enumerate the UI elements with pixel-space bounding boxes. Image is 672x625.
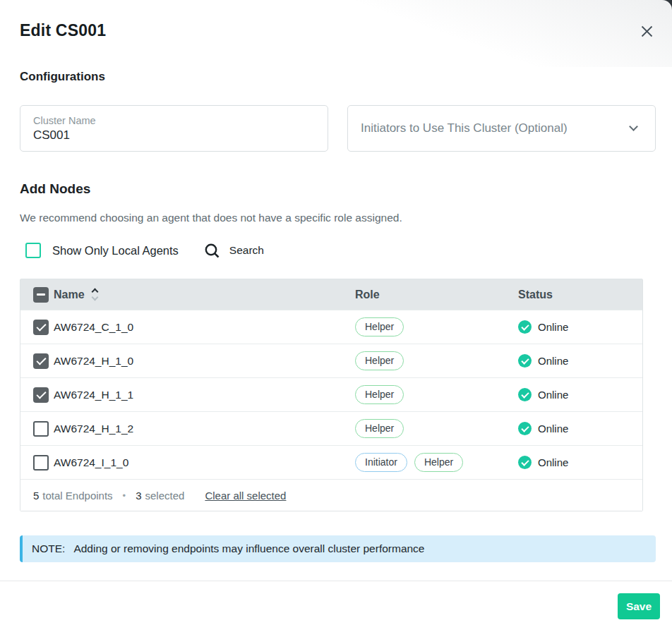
configuration-fields: Cluster Name CS001 Initiators to Use Thi… (20, 105, 656, 152)
role-badge-helper: Helper (355, 317, 404, 336)
row-checkbox[interactable] (33, 387, 49, 403)
note-banner: NOTE: Adding or removing endpoints may i… (20, 535, 656, 562)
row-checkbox[interactable] (33, 320, 49, 335)
modal-title: Edit CS001 (20, 21, 106, 40)
agent-name: AW6724_H_1_1 (54, 389, 355, 401)
table-row[interactable]: AW6724_I_1_0 InitiatorHelper Online (20, 445, 642, 479)
row-checkbox[interactable] (33, 421, 49, 437)
agent-roles: InitiatorHelper (355, 453, 518, 472)
status-label: Online (538, 456, 568, 468)
chevron-down-icon (629, 122, 638, 131)
search-button[interactable]: Search (204, 243, 264, 259)
edit-cluster-modal: Edit CS001 Configurations Cluster Name C… (0, 0, 672, 625)
agent-roles: Helper (355, 351, 518, 370)
online-status-icon (518, 354, 532, 368)
agent-name: AW6724_I_1_0 (54, 456, 355, 469)
role-badge-helper: Helper (414, 453, 463, 472)
add-nodes-heading: Add Nodes (20, 181, 656, 197)
search-icon (204, 243, 220, 259)
selected-label: selected (145, 490, 185, 502)
agent-roles: Helper (355, 419, 518, 438)
agents-table: Name Role Status AW6724_C_1_0 Helper Onl… (20, 279, 643, 511)
agent-status: Online (518, 422, 642, 435)
role-badge-initiator: Initiator (355, 453, 407, 472)
table-row[interactable]: AW6724_H_1_1 Helper Online (20, 377, 642, 411)
agent-status: Online (518, 354, 642, 368)
role-badge-helper: Helper (355, 419, 404, 438)
column-header-role: Role (355, 289, 518, 301)
show-only-local-agents-checkbox[interactable] (25, 243, 41, 258)
save-button[interactable]: Save (618, 593, 660, 619)
row-checkbox[interactable] (33, 455, 49, 471)
modal-header: Edit CS001 (20, 21, 656, 40)
status-label: Online (538, 321, 568, 333)
table-footer: 5 total Endpoints • 3 selected Clear all… (20, 479, 642, 511)
table-row[interactable]: AW6724_H_1_2 Helper Online (20, 411, 642, 445)
table-row[interactable]: AW6724_H_1_0 Helper Online (20, 344, 642, 377)
role-badge-helper: Helper (355, 385, 404, 404)
agent-roles: Helper (355, 385, 518, 404)
status-label: Online (538, 423, 568, 435)
configurations-heading: Configurations (20, 70, 656, 84)
agent-roles: Helper (355, 317, 518, 336)
table-header-row: Name Role Status (20, 279, 642, 310)
table-controls: Show Only Local Agents Search (20, 242, 656, 259)
status-label: Online (538, 355, 568, 367)
footer-separator-dot: • (123, 490, 126, 501)
show-only-local-agents-label: Show Only Local Agents (52, 244, 179, 257)
select-all-checkbox[interactable] (33, 287, 49, 303)
online-status-icon (518, 388, 532, 401)
total-endpoints-label: total Endpoints (42, 490, 112, 502)
initiators-select-placeholder: Initiators to Use This Cluster (Optional… (361, 121, 568, 135)
column-header-status: Status (518, 289, 642, 301)
online-status-icon (518, 456, 532, 469)
agent-status: Online (518, 388, 642, 401)
row-checkbox[interactable] (33, 353, 49, 369)
column-header-name[interactable]: Name (54, 289, 355, 301)
note-text: Adding or removing endpoints may influen… (73, 542, 424, 555)
agent-name: AW6724_H_1_0 (54, 355, 355, 368)
search-label: Search (229, 244, 264, 257)
footer-divider (0, 581, 672, 581)
total-endpoints-count: 5 (33, 490, 39, 502)
sort-icon (92, 289, 97, 300)
close-icon (641, 25, 653, 37)
cluster-name-label: Cluster Name (33, 115, 315, 126)
cluster-name-field[interactable]: Cluster Name CS001 (20, 105, 328, 152)
table-body: AW6724_C_1_0 Helper Online AW6724_H_1_0 … (20, 310, 642, 479)
initiators-select[interactable]: Initiators to Use This Cluster (Optional… (347, 105, 656, 152)
note-prefix: NOTE: (32, 542, 65, 555)
cluster-name-value: CS001 (33, 128, 315, 142)
agent-status: Online (518, 320, 642, 334)
clear-all-selected-link[interactable]: Clear all selected (205, 490, 286, 502)
add-nodes-description: We recommend choosing an agent that does… (20, 212, 656, 224)
online-status-icon (518, 320, 532, 334)
agent-name: AW6724_H_1_2 (54, 423, 355, 435)
online-status-icon (518, 422, 532, 435)
close-button[interactable] (638, 23, 656, 40)
role-badge-helper: Helper (355, 351, 404, 370)
agent-status: Online (518, 456, 642, 469)
selected-count: 3 (136, 490, 141, 502)
table-row[interactable]: AW6724_C_1_0 Helper Online (20, 310, 642, 344)
agent-name: AW6724_C_1_0 (54, 321, 355, 334)
name-header-label: Name (54, 289, 85, 301)
status-label: Online (538, 389, 568, 401)
